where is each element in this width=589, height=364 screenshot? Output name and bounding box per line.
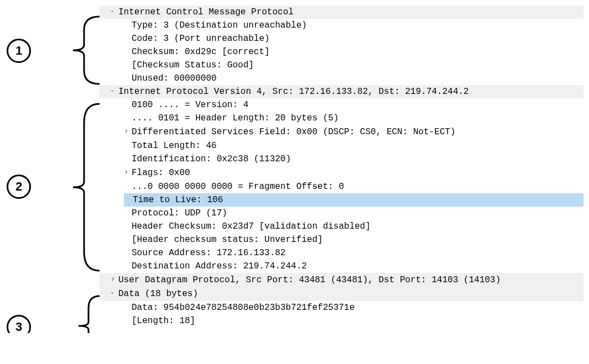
data-header-text: Data (18 bytes) — [118, 289, 198, 299]
udp-header-text: User Datagram Protocol, Src Port: 43481 … — [118, 276, 501, 286]
icmp-type-row[interactable]: Type: 3 (Destination unreachable) — [100, 19, 583, 32]
ipv4-protocol-row[interactable]: Protocol: UDP (17) — [100, 207, 583, 220]
icmp-type: Type: 3 (Destination unreachable) — [132, 20, 307, 30]
data-data-row[interactable]: Data: 954b024e78254808e0b23b3b721fef2537… — [100, 301, 583, 314]
chevron-down-icon[interactable] — [111, 85, 118, 98]
icmp-header-text: Internet Control Message Protocol — [118, 7, 294, 17]
ipv4-dsf-row[interactable]: Differentiated Services Field: 0x00 (DSC… — [100, 125, 583, 139]
icmp-unused-row[interactable]: Unused: 00000000 — [100, 72, 583, 85]
ipv4-version-row[interactable]: 0100 .... = Version: 4 — [100, 98, 583, 112]
icmp-checksum: Checksum: 0xd29c [correct] — [132, 47, 270, 57]
ipv4-header-checksum: Header Checksum: 0x23d7 [validation disa… — [132, 221, 371, 231]
packet-tree: Internet Control Message Protocol Type: … — [100, 6, 583, 328]
ipv4-ttl-row[interactable]: Time to Live: 106 — [124, 193, 583, 207]
ipv4-ttl: Time to Live: 106 — [133, 195, 223, 205]
ipv4-total-length-row[interactable]: Total Length: 46 — [100, 139, 583, 152]
ipv4-identification-row[interactable]: Identification: 0x2c38 (11320) — [100, 152, 583, 166]
annotation-label-2: 2 — [15, 180, 22, 194]
icmp-code-row[interactable]: Code: 3 (Port unreachable) — [100, 32, 583, 45]
annotation-column: 1 2 3 — [0, 6, 100, 328]
ipv4-header-length: .... 0101 = Header Length: 20 bytes (5) — [132, 113, 338, 123]
chevron-right-icon[interactable] — [124, 125, 132, 139]
annotation-label-1: 1 — [15, 44, 22, 58]
ipv4-header-checksum-status: [Header checksum status: Unverified] — [132, 235, 323, 245]
ipv4-dst-addr: Destination Address: 219.74.244.2 — [132, 261, 307, 271]
data-data: Data: 954b024e78254808e0b23b3b721fef2537… — [132, 303, 355, 313]
chevron-down-icon[interactable] — [111, 6, 118, 19]
ipv4-flags: Flags: 0x00 — [132, 168, 190, 178]
icmp-header-row[interactable]: Internet Control Message Protocol — [100, 6, 583, 19]
annotation-bracket-1 — [34, 13, 101, 87]
udp-header-row[interactable]: User Datagram Protocol, Src Port: 43481 … — [100, 273, 583, 287]
ipv4-fragment-offset-row[interactable]: ...0 0000 0000 0000 = Fragment Offset: 0 — [100, 180, 583, 193]
data-length-row[interactable]: [Length: 18] — [100, 314, 583, 328]
chevron-down-icon[interactable] — [111, 287, 118, 300]
icmp-checksum-status: [Checksum Status: Good] — [132, 60, 254, 70]
icmp-code: Code: 3 (Port unreachable) — [132, 34, 270, 44]
data-length: [Length: 18] — [132, 316, 195, 326]
ipv4-flags-row[interactable]: Flags: 0x00 — [100, 166, 583, 180]
ipv4-header-text: Internet Protocol Version 4, Src: 172.16… — [118, 87, 469, 97]
ipv4-total-length: Total Length: 46 — [132, 141, 217, 151]
icmp-checksum-row[interactable]: Checksum: 0xd29c [correct] — [100, 45, 583, 59]
ipv4-dst-addr-row[interactable]: Destination Address: 219.74.244.2 — [100, 260, 583, 273]
chevron-right-icon[interactable] — [124, 166, 132, 180]
ipv4-src-addr: Source Address: 172.16.133.82 — [132, 248, 285, 258]
annotation-circle-1: 1 — [7, 39, 31, 63]
ipv4-header-length-row[interactable]: .... 0101 = Header Length: 20 bytes (5) — [100, 112, 583, 125]
chevron-right-icon[interactable] — [111, 273, 118, 287]
annotation-bracket-3 — [34, 292, 101, 333]
ipv4-protocol: Protocol: UDP (17) — [132, 208, 227, 218]
annotation-label-3: 3 — [15, 320, 22, 333]
ipv4-header-checksum-row[interactable]: Header Checksum: 0x23d7 [validation disa… — [100, 220, 583, 233]
data-header-row[interactable]: Data (18 bytes) — [100, 287, 583, 300]
ipv4-fragment-offset: ...0 0000 0000 0000 = Fragment Offset: 0 — [132, 182, 344, 192]
ipv4-src-addr-row[interactable]: Source Address: 172.16.133.82 — [100, 246, 583, 260]
annotation-bracket-2 — [34, 101, 101, 274]
icmp-checksum-status-row[interactable]: [Checksum Status: Good] — [100, 59, 583, 72]
annotation-circle-2: 2 — [7, 175, 31, 199]
annotation-circle-3: 3 — [7, 315, 31, 333]
ipv4-version: 0100 .... = Version: 4 — [132, 100, 248, 110]
ipv4-header-row[interactable]: Internet Protocol Version 4, Src: 172.16… — [100, 85, 583, 98]
ipv4-identification: Identification: 0x2c38 (11320) — [132, 154, 291, 164]
icmp-unused: Unused: 00000000 — [132, 73, 217, 83]
ipv4-header-checksum-status-row[interactable]: [Header checksum status: Unverified] — [100, 233, 583, 246]
ipv4-dsf: Differentiated Services Field: 0x00 (DSC… — [132, 128, 456, 138]
